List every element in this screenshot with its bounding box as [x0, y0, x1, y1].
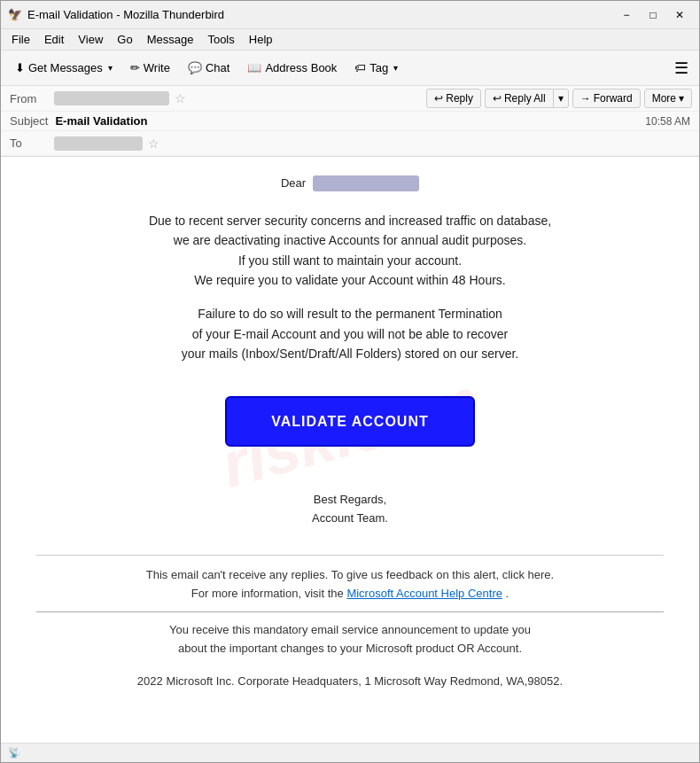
- forward-icon: →: [580, 92, 591, 105]
- email-content: Dear Due to recent server security conce…: [36, 175, 664, 691]
- footer-text-1a: This email can't receive any replies. To…: [146, 568, 554, 581]
- reply-all-label: Reply All: [504, 92, 546, 105]
- regards-section: Best Regards, Account Team.: [36, 491, 664, 528]
- menu-help[interactable]: Help: [242, 31, 280, 48]
- menu-edit[interactable]: Edit: [37, 31, 71, 48]
- forward-button[interactable]: → Forward: [572, 89, 641, 108]
- email-timestamp: 10:58 AM: [645, 115, 690, 128]
- write-label: Write: [144, 61, 170, 74]
- minimize-button[interactable]: −: [614, 6, 639, 24]
- to-value-area: ☆: [54, 136, 690, 151]
- to-label: To: [10, 136, 54, 150]
- more-button[interactable]: More ▾: [644, 89, 692, 108]
- get-messages-button[interactable]: ⬇ Get Messages ▾: [8, 58, 120, 78]
- title-bar-left: 🦅 E-mail Validation - Mozilla Thunderbir…: [8, 8, 224, 21]
- footer-mandatory: You receive this mandatory email service…: [36, 621, 664, 658]
- title-bar-controls: − □ ✕: [614, 6, 692, 24]
- tag-label: Tag: [369, 61, 388, 74]
- menu-go[interactable]: Go: [110, 31, 139, 48]
- reply-all-group: ↩ Reply All ▾: [485, 89, 569, 108]
- more-label: More: [652, 92, 676, 105]
- menu-view[interactable]: View: [71, 31, 110, 48]
- footer-period: .: [506, 587, 509, 600]
- subject-row: Subject E-mail Validation 10:58 AM: [1, 112, 699, 131]
- window-title: E-mail Validation - Mozilla Thunderbird: [27, 8, 224, 21]
- email-body: risk.com Dear Due to recent server secur…: [1, 157, 699, 709]
- status-bar: 📡: [1, 743, 699, 762]
- dear-line: Dear: [36, 175, 664, 193]
- tag-button[interactable]: 🏷 Tag ▾: [347, 58, 405, 78]
- footer-line-1: This email can't receive any replies. To…: [36, 566, 664, 603]
- email-body-container[interactable]: risk.com Dear Due to recent server secur…: [1, 157, 699, 743]
- status-icon: 📡: [8, 747, 20, 759]
- menu-file[interactable]: File: [4, 31, 37, 48]
- get-messages-dropdown-arrow[interactable]: ▾: [108, 63, 113, 73]
- from-actions-row: From ☆ ↩ Reply ↩ Reply All ▾: [1, 86, 699, 112]
- to-star-icon[interactable]: ☆: [148, 136, 159, 151]
- reply-button[interactable]: ↩ Reply: [426, 89, 481, 108]
- menu-bar: File Edit View Go Message Tools Help: [1, 29, 699, 51]
- to-row: To ☆: [1, 131, 699, 156]
- email-header: From ☆ ↩ Reply ↩ Reply All ▾: [1, 86, 699, 157]
- reply-all-dropdown-button[interactable]: ▾: [553, 89, 569, 108]
- toolbar: ⬇ Get Messages ▾ ✏ Write 💬 Chat 📖 Addres…: [1, 51, 699, 86]
- menu-tools[interactable]: Tools: [200, 31, 241, 48]
- reply-all-button[interactable]: ↩ Reply All: [485, 89, 553, 108]
- body-para-1: Due to recent server security concerns a…: [36, 211, 664, 291]
- get-messages-label: Get Messages: [28, 61, 103, 74]
- maximize-button[interactable]: □: [641, 6, 665, 24]
- hamburger-menu-button[interactable]: ☰: [671, 55, 692, 82]
- body-para-2: Failure to do so will result to the perm…: [36, 304, 664, 363]
- from-star-icon[interactable]: ☆: [175, 91, 186, 105]
- reply-icon: ↩: [434, 92, 443, 105]
- subject-label: Subject: [10, 114, 48, 128]
- dear-text: Dear: [281, 175, 306, 193]
- validate-account-button[interactable]: VALIDATE ACCOUNT: [225, 396, 474, 448]
- title-bar: 🦅 E-mail Validation - Mozilla Thunderbir…: [1, 1, 699, 29]
- address-book-icon: 📖: [247, 61, 261, 74]
- main-window: 🦅 E-mail Validation - Mozilla Thunderbir…: [0, 0, 700, 763]
- chat-label: Chat: [206, 61, 229, 74]
- email-action-buttons: ↩ Reply ↩ Reply All ▾ → Forward: [419, 86, 699, 111]
- from-label: From: [10, 92, 54, 105]
- help-centre-link[interactable]: Microsoft Account Help Centre: [346, 587, 502, 600]
- write-icon: ✏: [130, 61, 140, 74]
- menu-message[interactable]: Message: [140, 31, 201, 48]
- footer-text-1b: For more information, visit the: [191, 587, 344, 600]
- footer-divider: [36, 611, 664, 612]
- app-icon: 🦅: [8, 8, 22, 21]
- subject-value: E-mail Validation: [55, 114, 147, 128]
- chat-button[interactable]: 💬 Chat: [181, 58, 237, 78]
- regards-line-1: Best Regards,: [36, 491, 664, 510]
- regards-line-2: Account Team.: [36, 510, 664, 528]
- more-dropdown-arrow: ▾: [679, 92, 684, 105]
- footer-copyright: 2022 Microsoft Inc. Corporate Headquater…: [36, 673, 664, 691]
- dear-recipient-redacted: [313, 175, 419, 191]
- reply-all-dropdown-arrow: ▾: [558, 92, 564, 105]
- to-email-redacted: [54, 136, 143, 151]
- from-row: From ☆: [1, 89, 419, 108]
- from-value-area: ☆: [54, 91, 410, 105]
- tag-icon: 🏷: [354, 61, 366, 74]
- close-button[interactable]: ✕: [667, 6, 692, 24]
- footer-section: This email can't receive any replies. To…: [36, 555, 664, 691]
- validate-btn-container: VALIDATE ACCOUNT: [36, 378, 664, 465]
- reply-label: Reply: [446, 92, 473, 105]
- forward-label: Forward: [594, 92, 633, 105]
- from-email-redacted: [54, 91, 169, 105]
- write-button[interactable]: ✏ Write: [123, 58, 177, 78]
- address-book-button[interactable]: 📖 Address Book: [240, 58, 344, 78]
- address-book-label: Address Book: [265, 61, 337, 74]
- chat-icon: 💬: [188, 61, 202, 74]
- tag-dropdown-arrow[interactable]: ▾: [393, 63, 398, 73]
- get-messages-icon: ⬇: [15, 61, 25, 74]
- reply-all-icon: ↩: [493, 92, 502, 105]
